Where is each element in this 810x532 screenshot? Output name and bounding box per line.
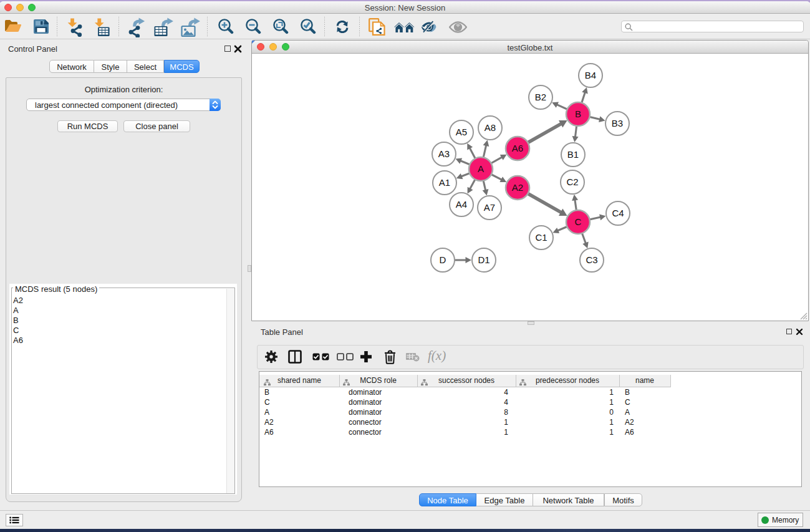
svg-text:A2: A2	[512, 182, 523, 193]
svg-text:B: B	[575, 109, 581, 119]
svg-text:D: D	[440, 254, 446, 265]
svg-text:B1: B1	[567, 149, 579, 160]
svg-text:A5: A5	[456, 127, 467, 137]
svg-text:B2: B2	[535, 92, 546, 102]
svg-text:A3: A3	[438, 148, 450, 159]
svg-text:A: A	[478, 163, 484, 174]
svg-text:C3: C3	[586, 254, 597, 265]
svg-text:B3: B3	[612, 118, 623, 128]
svg-text:C: C	[575, 216, 582, 227]
svg-text:B4: B4	[585, 70, 596, 80]
svg-text:A1: A1	[439, 177, 450, 188]
svg-text:A8: A8	[485, 122, 496, 133]
svg-text:C1: C1	[535, 232, 547, 243]
svg-text:D1: D1	[478, 254, 489, 265]
svg-text:C4: C4	[612, 208, 624, 218]
svg-text:A7: A7	[484, 202, 495, 213]
svg-text:C2: C2	[566, 177, 578, 187]
svg-text:A4: A4	[456, 199, 467, 210]
svg-text:A6: A6	[512, 143, 523, 153]
